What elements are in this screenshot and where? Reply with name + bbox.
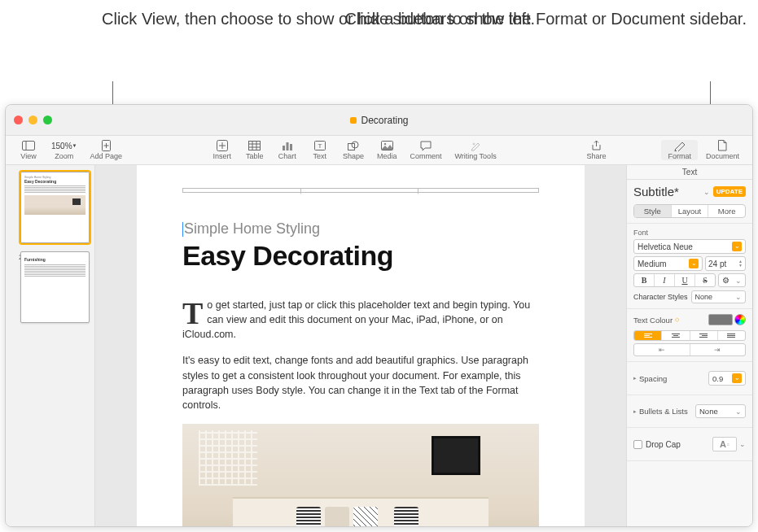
- table-icon: [248, 140, 261, 151]
- insert-icon: [216, 140, 229, 151]
- ruler[interactable]: [182, 188, 539, 193]
- text-label: Text: [313, 152, 327, 160]
- insert-label: Insert: [213, 152, 232, 160]
- spacing-label[interactable]: ▸Spacing: [633, 374, 667, 383]
- maximize-button[interactable]: [43, 116, 52, 124]
- comment-button[interactable]: Comment: [403, 140, 448, 160]
- table-button[interactable]: Table: [239, 140, 271, 160]
- text-button[interactable]: T Text: [304, 140, 336, 160]
- seg-layout[interactable]: Layout: [672, 205, 709, 217]
- media-icon: [380, 140, 393, 151]
- indent-button[interactable]: ⇥: [690, 344, 746, 355]
- outdent-button[interactable]: ⇤: [634, 344, 690, 355]
- table-label: Table: [246, 152, 264, 160]
- spacing-value[interactable]: 0.9⌄: [708, 371, 746, 386]
- window-title-text: Decorating: [361, 115, 408, 126]
- window-title: Decorating: [349, 115, 408, 126]
- svg-rect-0: [23, 142, 35, 150]
- align-left-button[interactable]: [634, 331, 662, 340]
- chevron-down-icon: ⌄: [689, 259, 699, 268]
- gear-icon: ⚙: [722, 276, 730, 285]
- insert-button[interactable]: Insert: [206, 140, 239, 160]
- chart-button[interactable]: Chart: [271, 140, 304, 160]
- svg-point-21: [383, 143, 385, 145]
- character-styles-label: Character Styles: [633, 293, 688, 301]
- chevron-down-icon[interactable]: ⌄: [739, 440, 746, 448]
- strikethrough-button[interactable]: S: [695, 274, 715, 286]
- align-right-button[interactable]: [690, 331, 718, 340]
- chevron-down-icon: ⌄: [732, 373, 742, 383]
- paragraph-style-picker[interactable]: Subtitle* ⌄: [633, 185, 710, 198]
- text-cursor: [182, 222, 183, 237]
- bullets-select[interactable]: None⌄: [695, 404, 746, 418]
- chevron-down-icon: ⌄: [732, 242, 742, 251]
- font-weight-select[interactable]: Medium⌄: [633, 256, 703, 271]
- seg-more[interactable]: More: [708, 205, 745, 217]
- share-label: Share: [586, 152, 606, 160]
- zoom-label: Zoom: [55, 152, 73, 160]
- colour-swatch[interactable]: [708, 314, 733, 325]
- zoom-value: 150% ▼: [51, 140, 77, 151]
- dropcap-label: Drop Cap: [646, 440, 681, 449]
- colour-wheel-button[interactable]: [734, 314, 746, 325]
- titlebar: Decorating: [6, 105, 752, 136]
- view-label: View: [20, 152, 36, 160]
- chart-icon: [281, 140, 294, 151]
- comment-icon: [419, 140, 432, 151]
- document-icon: [349, 117, 356, 124]
- svg-rect-18: [348, 143, 354, 150]
- text-icon: T: [313, 140, 326, 151]
- zoom-button[interactable]: 150% ▼ Zoom: [45, 140, 84, 160]
- headline-text[interactable]: Easy Decorating: [182, 240, 539, 272]
- format-tab-text[interactable]: Text: [627, 165, 752, 180]
- close-button[interactable]: [14, 116, 23, 124]
- comment-label: Comment: [410, 152, 441, 160]
- document-canvas[interactable]: Simple Home Styling Easy Decorating To g…: [95, 165, 626, 526]
- svg-text:T: T: [318, 142, 322, 150]
- shape-label: Shape: [343, 152, 364, 160]
- add-page-button[interactable]: Add Page: [84, 140, 129, 160]
- writing-tools-button[interactable]: Writing Tools: [448, 140, 502, 160]
- subtitle-text[interactable]: Simple Home Styling: [182, 220, 539, 238]
- hero-image[interactable]: [182, 424, 539, 526]
- bold-button[interactable]: B: [634, 274, 655, 286]
- font-size-field[interactable]: 24 pt▲▼: [705, 256, 746, 271]
- format-sidebar: Text Subtitle* ⌄ UPDATE Style Layout Mor…: [626, 165, 752, 526]
- underline-button[interactable]: U: [675, 274, 695, 286]
- format-icon: [673, 140, 686, 151]
- document-page[interactable]: Simple Home Styling Easy Decorating To g…: [137, 165, 585, 526]
- document-icon: [716, 140, 729, 151]
- shape-button[interactable]: Shape: [336, 140, 370, 160]
- text-colour-label: Text Colour◇: [633, 316, 679, 325]
- thumbnail-page-2[interactable]: Furnishing: [20, 251, 90, 323]
- align-justify-button[interactable]: [718, 331, 745, 340]
- format-button[interactable]: Format: [661, 140, 698, 160]
- minimize-button[interactable]: [28, 116, 37, 124]
- thumbnail-page-1[interactable]: Simple Home Styling Easy Decorating: [20, 172, 90, 243]
- writing-tools-icon: [469, 140, 482, 151]
- paragraph-2[interactable]: It's easy to edit text, change fonts and…: [182, 353, 539, 412]
- align-center-button[interactable]: [662, 331, 690, 340]
- view-button[interactable]: View: [12, 140, 45, 160]
- update-style-button[interactable]: UPDATE: [713, 186, 746, 197]
- share-button[interactable]: Share: [580, 140, 612, 160]
- format-segmented-control[interactable]: Style Layout More: [633, 204, 746, 218]
- bullets-label[interactable]: ▸Bullets & Lists: [633, 407, 688, 416]
- stepper-icon[interactable]: ▲▼: [738, 259, 743, 268]
- font-advanced-button[interactable]: ⚙⌄: [718, 273, 746, 287]
- paragraph-1[interactable]: To get started, just tap or click this p…: [182, 298, 539, 342]
- font-family-select[interactable]: Helvetica Neue⌄: [633, 239, 746, 254]
- italic-button[interactable]: I: [655, 274, 675, 286]
- shape-icon: [347, 140, 360, 151]
- dropcap-preview[interactable]: A≡: [712, 437, 737, 451]
- media-button[interactable]: Media: [370, 140, 404, 160]
- svg-rect-15: [290, 144, 292, 150]
- svg-rect-14: [286, 142, 288, 150]
- font-section-label: Font: [633, 229, 746, 237]
- document-button[interactable]: Document: [699, 140, 746, 160]
- annotation-format-document: Click a button to show the Format or Doc…: [344, 8, 747, 29]
- seg-style[interactable]: Style: [634, 205, 672, 217]
- character-styles-select[interactable]: None⌄: [691, 290, 746, 303]
- dropcap-checkbox[interactable]: [633, 440, 642, 449]
- add-page-label: Add Page: [90, 152, 123, 160]
